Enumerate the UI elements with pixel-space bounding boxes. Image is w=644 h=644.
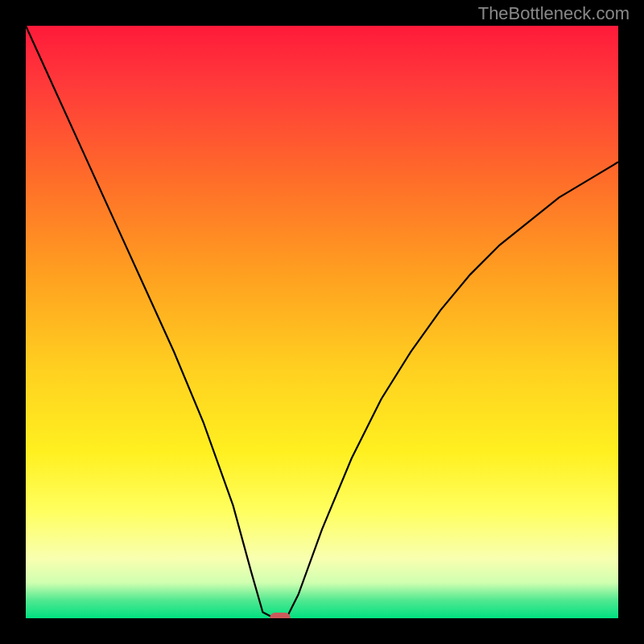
optimum-marker <box>270 613 291 618</box>
plot-area <box>26 26 618 618</box>
watermark-text: TheBottleneck.com <box>478 3 630 24</box>
curve-svg <box>26 26 618 618</box>
bottleneck-curve <box>26 26 618 618</box>
